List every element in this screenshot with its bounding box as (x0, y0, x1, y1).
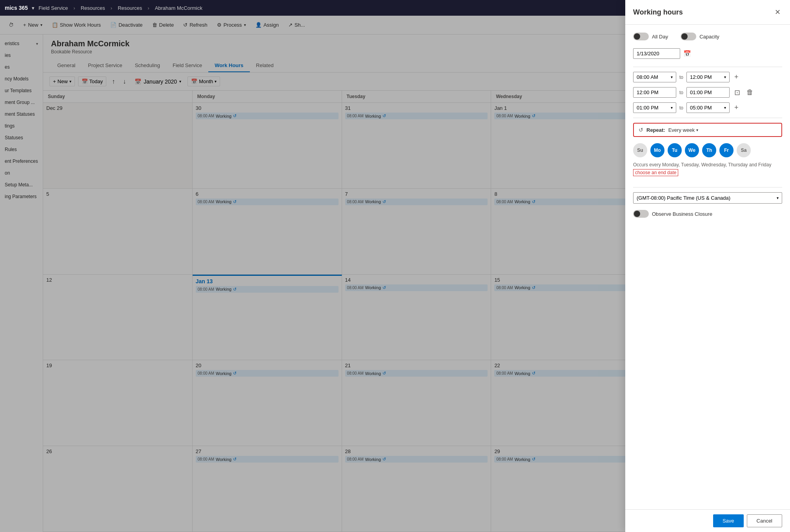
time-to-label-2: to (679, 90, 683, 95)
time-row-2: 12:00 PM to 01:00 PM ⊡ 🗑 (633, 87, 782, 98)
delete-time-row-2-button[interactable]: 🗑 (745, 87, 755, 97)
time-start-2[interactable]: 12:00 PM (633, 87, 676, 98)
capacity-toggle-item: Capacity (681, 33, 719, 40)
day-circle-we[interactable]: We (685, 143, 699, 157)
timezone-caret-icon: ▾ (777, 196, 779, 200)
time-to-label-3: to (679, 105, 683, 111)
working-hours-panel: Working hours ✕ All Day Capacity 📅 08:00… (625, 0, 790, 532)
time-start-1[interactable]: 08:00 AM ▾ (633, 72, 676, 82)
recurrence-info: Occurs every Monday, Tuesday, Wednesday,… (633, 162, 782, 168)
repeat-caret-icon: ▾ (696, 128, 698, 132)
time-end-2[interactable]: 01:00 PM (686, 87, 730, 98)
breadcrumb-current: Abraham McCormick (155, 5, 202, 11)
observe-row: Observe Business Closure (633, 210, 782, 218)
time-caret-3a: ▾ (671, 106, 673, 110)
capacity-toggle[interactable] (681, 33, 696, 40)
toggle-row: All Day Capacity (633, 33, 782, 40)
breadcrumb-resources-1: Resources (81, 5, 105, 11)
observe-label: Observe Business Closure (652, 211, 712, 217)
observe-toggle[interactable] (633, 210, 649, 218)
time-to-label-1: to (679, 75, 683, 80)
time-end-caret-3: ▾ (724, 106, 726, 110)
all-day-toggle[interactable] (633, 33, 649, 40)
day-circles: SuMoTuWeThFrSa (633, 143, 782, 157)
time-end-1[interactable]: 12:00 PM ▾ (686, 72, 730, 82)
choose-end-date-link[interactable]: choose an end date (633, 169, 678, 176)
time-row-3: 01:00 PM ▾ to 05:00 PM ▾ + (633, 102, 782, 113)
close-panel-button[interactable]: ✕ (773, 6, 782, 18)
copy-time-row-2-button[interactable]: ⊡ (733, 87, 742, 98)
add-time-row-3-button[interactable]: + (733, 103, 740, 113)
all-day-label: All Day (652, 34, 668, 40)
divider-1 (633, 67, 782, 67)
nav-dropdown-icon[interactable]: ▾ (32, 5, 35, 11)
app-name: mics 365 (5, 5, 28, 11)
timezone-select[interactable]: (GMT-08:00) Pacific Time (US & Canada) ▾ (633, 192, 782, 204)
capacity-label: Capacity (699, 34, 719, 40)
panel-body: All Day Capacity 📅 08:00 AM ▾ to 12:00 P… (625, 25, 790, 509)
date-input[interactable] (633, 48, 680, 59)
time-caret-1: ▾ (671, 75, 673, 79)
panel-header: Working hours ✕ (625, 0, 790, 25)
all-day-toggle-item: All Day (633, 33, 668, 40)
time-row-1: 08:00 AM ▾ to 12:00 PM ▾ + (633, 72, 782, 82)
day-circle-tu[interactable]: Tu (668, 143, 682, 157)
repeat-value-select[interactable]: Every week ▾ (668, 127, 698, 133)
day-circle-su[interactable]: Su (633, 143, 647, 157)
repeat-label: Repeat: (646, 127, 665, 133)
time-end-caret-1: ▾ (724, 75, 726, 79)
time-start-3[interactable]: 01:00 PM ▾ (633, 102, 676, 113)
breadcrumb-field-service: Field Service (38, 5, 68, 11)
breadcrumb-resources-2: Resources (118, 5, 142, 11)
repeat-row: ↺ Repeat: Every week ▾ (633, 123, 782, 137)
repeat-icon: ↺ (639, 127, 643, 133)
panel-title: Working hours (633, 8, 683, 16)
divider-2 (633, 118, 782, 118)
add-time-row-1-button[interactable]: + (733, 72, 740, 82)
panel-footer: Save Cancel (625, 509, 790, 532)
calendar-picker-icon[interactable]: 📅 (683, 50, 691, 57)
date-field: 📅 (633, 48, 782, 59)
day-circle-mo[interactable]: Mo (650, 143, 664, 157)
time-end-3[interactable]: 05:00 PM ▾ (686, 102, 730, 113)
cancel-button[interactable]: Cancel (747, 514, 782, 527)
day-circle-fr[interactable]: Fr (719, 143, 734, 157)
day-circle-sa[interactable]: Sa (737, 143, 751, 157)
divider-3 (633, 187, 782, 188)
day-circle-th[interactable]: Th (702, 143, 716, 157)
save-button[interactable]: Save (713, 514, 744, 527)
